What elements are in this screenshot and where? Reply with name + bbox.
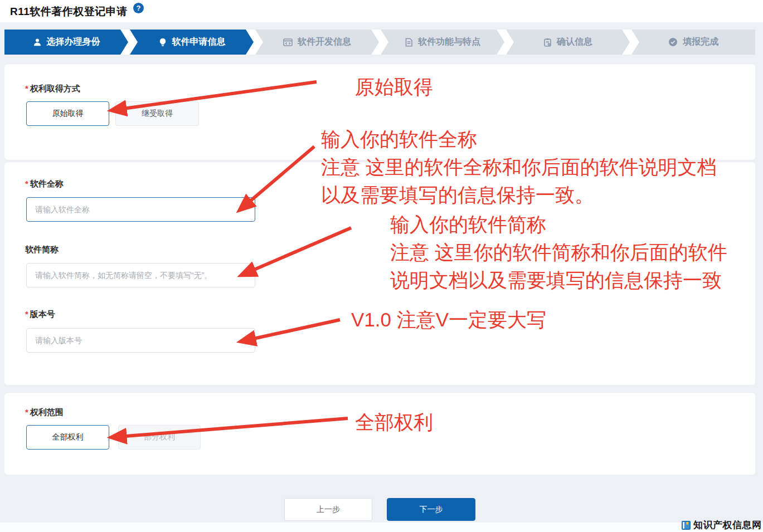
annotation-version: V1.0 注意V一定要大写 [351,306,546,334]
previous-step-button[interactable]: 上一步 [284,498,372,521]
watermark-text: 知识产权信息网 [693,519,762,531]
full-name-label: *软件全称 [25,179,64,189]
book-logo-icon [681,520,691,530]
next-step-button[interactable]: 下一步 [387,498,475,521]
tab-software-application-info[interactable]: 软件申请信息 [130,30,254,55]
annotation-original-acquisition: 原始取得 [355,73,433,101]
clipboard-check-icon [543,38,552,47]
short-name-label: 软件简称 [25,245,59,255]
required-marker: * [25,179,28,188]
annotation-all-rights: 全部权利 [355,408,433,436]
document-icon [405,38,413,47]
tab-software-dev-info[interactable]: 软件开发信息 [255,30,379,55]
required-marker: * [25,309,28,319]
tab-confirm-info[interactable]: 确认信息 [506,30,630,55]
acquisition-label: *权利取得方式 [25,84,80,94]
required-marker: * [25,407,28,417]
tab-filing-complete[interactable]: 填报完成 [631,30,755,55]
option-original-acquisition[interactable]: 原始取得 [26,101,109,126]
option-successive-acquisition[interactable]: 继受取得 [115,101,199,126]
option-all-rights[interactable]: 全部权利 [26,425,109,450]
tab-label: 选择办理身份 [47,36,100,48]
rights-scope-label: *权利范围 [25,407,64,418]
short-name-input[interactable] [26,263,255,287]
version-input[interactable] [26,328,255,353]
annotation-short-name: 输入你的软件简称 注意 这里你的软件简称和你后面的软件 说明文档以及需要填写的信… [390,211,727,294]
help-icon[interactable]: ? [133,3,144,13]
full-name-input[interactable] [26,197,255,222]
annotation-full-name: 输入你的软件全称 注意 这里的软件全称和你后面的软件说明文档 以及需要填写的信息… [321,125,717,209]
page-title: R11软件著作权登记申请 [10,4,128,19]
code-window-icon [283,38,293,47]
tab-software-features[interactable]: 软件功能与特点 [381,30,504,55]
tab-select-identity[interactable]: 选择办理身份 [4,30,128,55]
user-icon [33,38,42,47]
tab-label: 软件申请信息 [172,36,226,48]
tab-label: 软件开发信息 [298,36,351,48]
footer-strip [0,523,763,532]
tab-label: 确认信息 [557,36,592,48]
step-tabs: 选择办理身份 软件申请信息 软件开发信息 软件功能与特点 确认信息 填报完成 [4,30,755,55]
site-watermark: 知识产权信息网 [681,519,762,531]
option-partial-rights[interactable]: 部分权利 [118,425,201,450]
version-label: *版本号 [25,309,55,320]
check-circle-icon [668,37,678,47]
tab-label: 填报完成 [683,36,718,48]
tab-label: 软件功能与特点 [418,36,480,48]
required-marker: * [25,84,28,93]
bulb-icon [158,38,167,47]
